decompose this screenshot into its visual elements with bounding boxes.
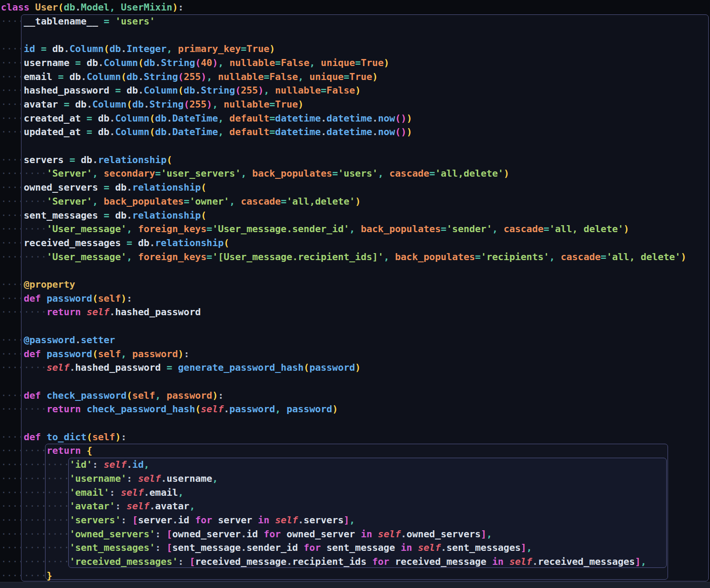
code-token: . (287, 556, 292, 567)
code-token: self (275, 515, 298, 525)
code-token: 'servers' (70, 515, 121, 525)
code-token: datetime (326, 113, 372, 124)
code-token: False (281, 57, 309, 68)
code-token: 'all,delete' (435, 168, 504, 179)
code-line: ····@password.setter (1, 333, 115, 347)
code-token: True (247, 43, 269, 54)
code-token: now (378, 126, 395, 137)
code-token: for (189, 515, 218, 525)
code-token: return (46, 306, 86, 317)
code-token: False (269, 71, 298, 82)
code-editor[interactable]: class User(db.Model, UserMixin):····__ta… (0, 0, 710, 588)
code-token: self (201, 404, 224, 414)
indent-whitespace-dots: ············ (1, 473, 70, 484)
code-token: ( (126, 99, 132, 110)
code-token: db (143, 57, 155, 68)
code-token: avatar (155, 501, 189, 511)
indent-whitespace-dots: ···· (1, 16, 24, 27)
code-token: server (138, 515, 172, 525)
indent-whitespace-dots: ···· (1, 210, 24, 221)
code-token: check_password (46, 390, 126, 401)
code-token: . (532, 556, 538, 567)
code-token: password (287, 404, 332, 414)
code-token: nullable (275, 85, 321, 96)
code-token: , (121, 348, 132, 359)
code-token: owned_servers (406, 529, 481, 539)
indent-whitespace-dots: ···· (1, 126, 24, 137)
code-token: ) (115, 431, 121, 442)
code-token: : (126, 293, 132, 304)
code-token: self (87, 306, 109, 317)
code-token: Integer (126, 43, 166, 54)
code-token: [ (132, 515, 138, 525)
code-token: created_at (24, 113, 81, 124)
code-token: . (172, 515, 178, 525)
code-token: . (161, 473, 167, 484)
horizontal-scrollbar-track[interactable] (0, 582, 710, 588)
code-token: : (218, 390, 224, 401)
code-token: db (70, 71, 81, 82)
code-token: check_password_hash (87, 404, 195, 414)
code-token: , (309, 57, 321, 68)
code-token: ( (150, 126, 155, 137)
code-line: ········self.hashed_password = generate_… (1, 361, 361, 375)
code-token: . (64, 43, 70, 54)
code-token: [ (189, 556, 195, 567)
code-token: , (526, 542, 532, 553)
code-token: self (121, 487, 143, 498)
code-token: ) (406, 113, 412, 124)
code-token: = (206, 223, 212, 234)
code-token: ( (87, 431, 92, 442)
code-token: password (309, 362, 355, 373)
code-line: ····def password(self): (1, 292, 132, 306)
code-token: foreign_keys (138, 251, 206, 262)
indent-whitespace-dots: ···· (1, 182, 24, 193)
code-token: . (143, 99, 149, 110)
code-token: , (549, 251, 561, 262)
code-token: = (161, 362, 178, 373)
code-token: 'received_messages' (70, 556, 178, 567)
code-token: } (46, 570, 52, 581)
code-token: : (121, 431, 126, 442)
code-token: = (98, 16, 115, 27)
code-token: self (46, 362, 69, 373)
code-token: ( (178, 85, 184, 96)
code-token: . (126, 210, 132, 221)
code-token: password (46, 293, 92, 304)
code-token: username (167, 473, 212, 484)
code-token: db (115, 210, 126, 221)
code-token: in (252, 515, 275, 525)
code-token: class (1, 2, 35, 13)
code-token: nullable (229, 57, 275, 68)
code-token: ) (212, 57, 218, 68)
code-token: : (126, 473, 138, 484)
code-token: 'users' (338, 168, 378, 179)
code-token: sent_messages (24, 210, 98, 221)
code-token: . (321, 113, 326, 124)
code-token: primary_key (178, 43, 241, 54)
code-token: True (350, 71, 372, 82)
code-token: ( (195, 57, 201, 68)
code-token: = (98, 210, 115, 221)
code-line: ············'servers': [server.id for se… (1, 513, 355, 527)
code-token: = (429, 168, 435, 179)
code-token: , (178, 487, 184, 498)
indent-whitespace-dots: ············ (1, 556, 70, 567)
code-token: String (201, 85, 235, 96)
code-token: 'owner' (189, 196, 229, 207)
code-line: ····username = db.Column(db.String(40), … (1, 56, 389, 70)
code-token: , (92, 196, 104, 207)
code-token: False (326, 85, 355, 96)
code-token: ( (58, 2, 64, 13)
code-token: owned_server (287, 529, 355, 539)
code-token: . (87, 99, 92, 110)
indent-whitespace-dots: ···· (1, 113, 24, 124)
indent-whitespace-dots: ···· (1, 154, 24, 165)
code-line: ········} (1, 569, 52, 583)
code-token: relationship (98, 154, 167, 165)
code-line: ············'received_messages': [receiv… (1, 555, 647, 569)
code-token: String (150, 99, 184, 110)
code-token: db (98, 126, 109, 137)
code-token: relationship (132, 182, 201, 193)
code-token: datetime (275, 126, 321, 137)
